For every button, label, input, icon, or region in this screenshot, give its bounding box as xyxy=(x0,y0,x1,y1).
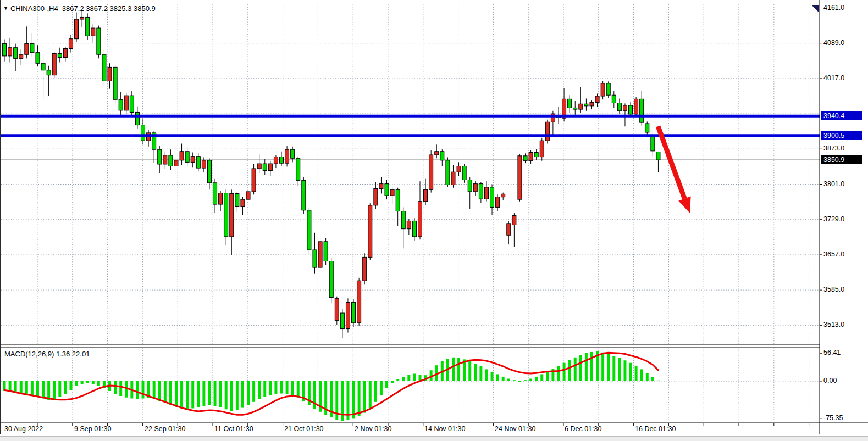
time-axis-label[interactable]: 2 Nov 01:30 xyxy=(355,425,391,433)
bull-candle xyxy=(518,156,522,199)
bull-candle xyxy=(252,169,256,192)
time-axis-label[interactable]: 30 Aug 2022 xyxy=(4,425,43,433)
macd-histogram-bar xyxy=(563,363,566,381)
price-axis-label[interactable]: 3729.0 xyxy=(823,215,844,223)
macd-histogram-bar xyxy=(225,381,228,409)
bull-candle xyxy=(246,192,250,199)
macd-histogram-bar xyxy=(92,381,95,384)
bull-candle xyxy=(473,184,477,192)
macd-histogram-bar xyxy=(241,381,244,408)
time-axis-label[interactable]: 11 Oct 01:30 xyxy=(214,425,253,433)
bear-candle xyxy=(224,193,228,237)
bear-candle xyxy=(324,242,328,261)
macd-histogram-bar xyxy=(468,361,471,381)
macd-histogram-bar xyxy=(612,356,615,381)
macd-histogram-bar xyxy=(513,380,516,381)
macd-histogram-bar xyxy=(53,381,56,399)
macd-indicator-label: MACD(12,26,9) 1.36 22.01 xyxy=(4,350,90,358)
level-price-badge: 3900.5 xyxy=(821,131,862,140)
trend-arrow-head[interactable] xyxy=(678,197,691,213)
window-bottom-strip xyxy=(0,436,868,441)
macd-axis-label[interactable]: 56.41 xyxy=(823,349,841,356)
macd-histogram-bar xyxy=(540,374,543,381)
price-axis-label[interactable]: 4089.0 xyxy=(823,39,844,47)
macd-histogram-bar xyxy=(374,381,377,402)
macd-histogram-bar xyxy=(180,381,183,409)
price-axis-label[interactable]: 3657.0 xyxy=(823,250,844,258)
price-axis-label[interactable]: 3873.0 xyxy=(823,144,844,152)
symbol-dropdown-icon[interactable]: ▼ xyxy=(3,5,8,11)
price-chart-canvas[interactable] xyxy=(0,0,868,441)
macd-axis-label[interactable]: -75.35 xyxy=(823,414,843,422)
bull-candle xyxy=(202,160,206,168)
macd-histogram-bar xyxy=(546,372,549,381)
macd-histogram-bar xyxy=(607,354,610,382)
bull-candle xyxy=(91,28,95,36)
chart-shift-marker[interactable] xyxy=(811,5,819,12)
time-axis-label[interactable]: 6 Dec 01:30 xyxy=(565,425,601,433)
price-axis-label[interactable]: 3801.0 xyxy=(823,180,844,188)
macd-histogram-bar xyxy=(64,381,67,394)
time-axis-label[interactable]: 14 Nov 01:30 xyxy=(424,425,465,433)
bear-candle xyxy=(385,184,389,196)
macd-histogram-bar xyxy=(36,381,39,397)
macd-histogram-bar xyxy=(474,364,477,382)
time-axis-label[interactable]: 9 Sep 01:30 xyxy=(74,425,111,433)
macd-histogram-bar xyxy=(119,381,122,396)
bull-candle xyxy=(241,199,245,206)
macd-histogram-bar xyxy=(601,353,604,381)
price-axis-label[interactable]: 4017.0 xyxy=(823,74,844,82)
bull-candle xyxy=(634,99,638,114)
macd-histogram-bar xyxy=(247,381,250,405)
macd-histogram-bar xyxy=(457,358,460,381)
trend-arrow-shaft[interactable] xyxy=(658,126,684,199)
macd-axis-label[interactable]: 0.00 xyxy=(823,377,837,384)
macd-histogram-bar xyxy=(219,381,222,407)
price-axis-label[interactable]: 4161.0 xyxy=(823,4,844,12)
macd-histogram-bar xyxy=(413,374,416,382)
macd-histogram-bar xyxy=(75,381,78,386)
macd-histogram-bar xyxy=(623,360,626,381)
bull-candle xyxy=(590,103,594,106)
bull-candle xyxy=(418,202,422,237)
bear-candle xyxy=(196,157,200,168)
time-axis-label[interactable]: 16 Dec 01:30 xyxy=(635,425,676,433)
bull-candle xyxy=(435,152,439,155)
macd-histogram-bar xyxy=(535,377,538,381)
bull-candle xyxy=(219,193,223,205)
macd-histogram-bar xyxy=(574,358,577,381)
time-axis-label[interactable]: 22 Sep 01:30 xyxy=(145,425,185,433)
bull-candle xyxy=(52,53,56,75)
bear-candle xyxy=(307,210,311,250)
bear-candle xyxy=(213,183,217,204)
macd-histogram-bar xyxy=(186,381,189,409)
bear-candle xyxy=(169,155,173,166)
bull-candle xyxy=(191,157,195,163)
time-axis-label[interactable]: 21 Oct 01:30 xyxy=(284,425,324,433)
bull-candle xyxy=(19,54,23,58)
bear-candle xyxy=(113,67,117,99)
macd-histogram-bar xyxy=(507,379,510,382)
price-axis-label[interactable]: 3513.0 xyxy=(823,321,844,328)
bull-candle xyxy=(507,224,511,235)
bull-candle xyxy=(318,242,322,267)
symbol-timeframe-title: CHINA300-,H4 xyxy=(10,4,58,13)
bull-candle xyxy=(363,257,367,281)
macd-histogram-bar xyxy=(81,381,84,384)
chart-window: ▼CHINA300-,H4 3867.2 3867.2 3825.3 3850.… xyxy=(0,0,868,441)
macd-histogram-bar xyxy=(402,377,405,381)
bull-candle xyxy=(80,17,84,19)
macd-histogram-bar xyxy=(42,381,45,399)
macd-histogram-bar xyxy=(274,381,277,394)
bull-candle xyxy=(69,39,73,49)
bull-candle xyxy=(163,155,167,164)
bear-candle xyxy=(86,17,90,36)
bear-candle xyxy=(352,302,356,322)
price-axis-label[interactable]: 3585.0 xyxy=(823,286,844,293)
bear-candle xyxy=(617,103,621,110)
bear-candle xyxy=(568,99,572,108)
bull-candle xyxy=(374,189,378,205)
bear-candle xyxy=(446,160,450,185)
bear-candle xyxy=(102,54,106,81)
time-axis-label[interactable]: 24 Nov 01:30 xyxy=(495,425,535,433)
